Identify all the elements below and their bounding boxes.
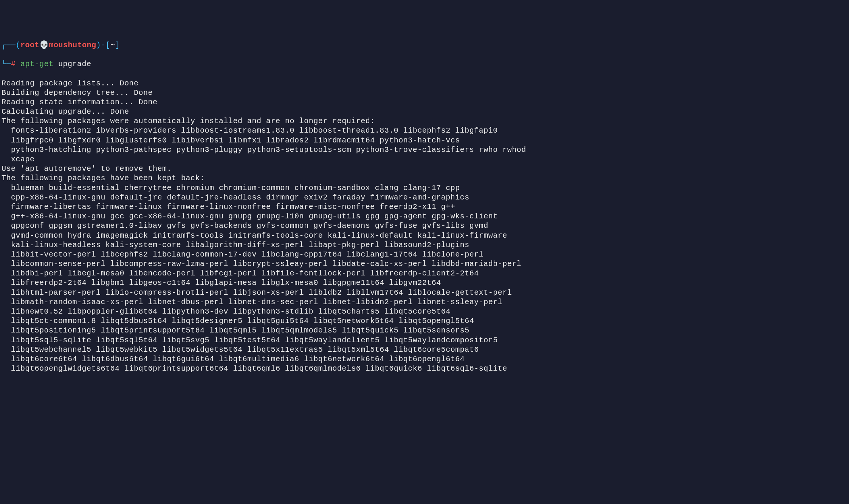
output-line: Use 'apt autoremove' to remove them. — [2, 164, 172, 173]
prompt-user: root — [20, 41, 39, 49]
prompt-line-2: └─# apt-get upgrade — [2, 59, 847, 69]
command: apt-get — [20, 60, 54, 68]
output-line: kali-linux-headless kali-system-core lib… — [2, 241, 469, 249]
output-line: python3-hatchling python3-pathspec pytho… — [2, 145, 526, 154]
output-line: libbit-vector-perl libcephfs2 libclang-c… — [2, 250, 483, 259]
output-line: xcape — [2, 155, 35, 164]
skull-icon: 💀 — [39, 41, 49, 49]
command-arg: upgrade — [58, 60, 91, 68]
output-line: libcommon-sense-perl libcompress-raw-lzm… — [2, 260, 521, 268]
prompt-line-1: ┌──(root💀moushutong)-[~] — [2, 40, 847, 50]
output-line: Building dependency tree... Done — [2, 88, 153, 97]
output-line: libdbi-perl libegl-mesa0 libencode-perl … — [2, 269, 479, 278]
output-line: libqt5webchannel5 libqt5webkit5 libqt5wi… — [2, 345, 479, 354]
prompt-paren-open: ( — [16, 41, 21, 49]
prompt-dash: - — [101, 41, 106, 49]
output-line: firmware-libertas firmware-linux firmwar… — [2, 203, 455, 211]
output-line: The following packages have been kept ba… — [2, 174, 205, 182]
output-line: Reading package lists... Done — [2, 79, 139, 88]
output-line: libfreerdp2-2t64 libgbm1 libgeos-c1t64 l… — [2, 278, 441, 287]
prompt-corner-bottom: └─ — [2, 60, 11, 68]
output-line: Reading state information... Done — [2, 98, 158, 107]
output-line: cpp-x86-64-linux-gnu default-jre default… — [2, 193, 469, 202]
prompt-host: moushutong — [49, 41, 96, 49]
prompt-corner-top: ┌── — [2, 41, 16, 49]
output-line: libnewt0.52 libpoppler-glib8t64 libpytho… — [2, 307, 451, 316]
prompt-hash: # — [11, 60, 16, 68]
output-line: g++-x86-64-linux-gnu gcc gcc-x86-64-linu… — [2, 212, 498, 221]
output-line: libqt6core6t64 libqt6dbus6t64 libqt6gui6… — [2, 355, 465, 363]
output-line: The following packages were automaticall… — [2, 117, 375, 125]
output-line: libqt6openglwidgets6t64 libqt6printsuppo… — [2, 364, 507, 373]
output-line: libhtml-parser-perl libio-compress-brotl… — [2, 288, 512, 297]
output-line: libqt5sql5-sqlite libqt5sql5t64 libqt5sv… — [2, 336, 498, 345]
output-line: libqt5ct-common1.8 libqt5dbus5t64 libqt5… — [2, 317, 474, 325]
output-line: libqt5positioning5 libqt5printsupport5t6… — [2, 326, 469, 335]
prompt-bracket-open: [ — [106, 41, 111, 49]
prompt-paren-close: ) — [96, 41, 101, 49]
output-line: Calculating upgrade... Done — [2, 107, 129, 116]
output-line: blueman build-essential cherrytree chrom… — [2, 184, 460, 192]
output-line: libmath-random-isaac-xs-perl libnet-dbus… — [2, 298, 502, 306]
terminal-output[interactable]: ┌──(root💀moushutong)-[~] └─# apt-get upg… — [2, 40, 847, 374]
output-line: gpgconf gpgsm gstreamer1.0-libav gvfs gv… — [2, 221, 488, 230]
prompt-tilde: ~ — [110, 41, 115, 49]
output-line: gvmd-common hydra imagemagick initramfs-… — [2, 231, 507, 240]
output-line: fonts-liberation2 ibverbs-providers libb… — [2, 126, 498, 135]
prompt-bracket-close: ] — [115, 41, 120, 49]
output-line: libgfrpc0 libgfxdr0 libglusterfs0 libibv… — [2, 136, 460, 145]
